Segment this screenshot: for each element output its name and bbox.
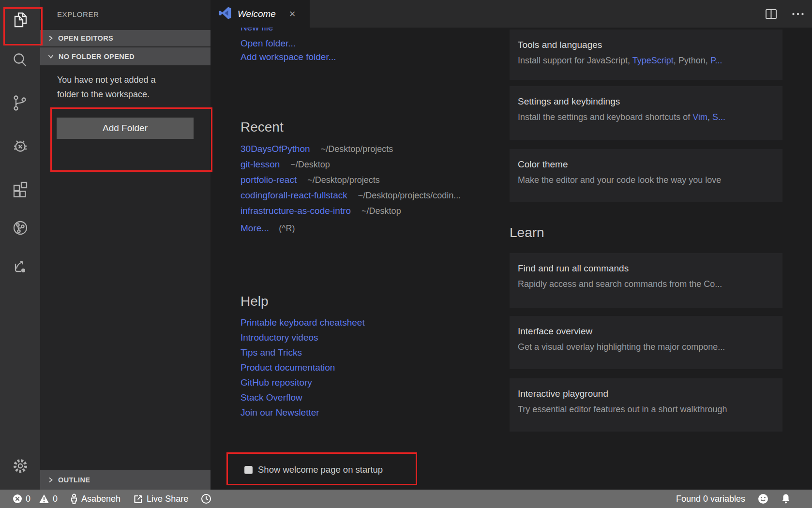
no-folder-section-header[interactable]: NO FOLDER OPENED [40,47,211,65]
recent-item-link[interactable]: portfolio-react [241,175,297,185]
explorer-sidebar: EXPLORER OPEN EDITORS NO FOLDER OPENED Y… [40,0,211,490]
learn-heading: Learn [510,225,544,240]
card-description: Get a visual overlay highlighting the ma… [518,341,774,353]
source-control-icon [10,92,31,116]
recent-item-link[interactable]: codingforall-react-fullstack [241,190,347,200]
bell-icon [781,493,791,504]
recent-item-path: ~/Desktop [290,160,330,169]
chevron-down-icon [48,54,54,59]
show-welcome-label: Show welcome page on startup [258,464,383,475]
help-link-product-documentation[interactable]: Product documentation [241,362,335,373]
help-link-stack-overflow[interactable]: Stack Overflow [241,392,302,403]
open-folder-link[interactable]: Open folder... [241,37,296,50]
startup-option-row: Show welcome page on startup [244,464,383,476]
open-editors-section-header[interactable]: OPEN EDITORS [40,30,211,46]
help-link-introductory-videos[interactable]: Introductory videos [241,332,318,343]
help-link-tips-and-tricks[interactable]: Tips and Tricks [241,347,302,358]
add-workspace-folder-link[interactable]: Add workspace folder... [241,50,336,64]
warning-icon [39,494,49,504]
card-description: Install support for JavaScript, TypeScri… [518,55,774,66]
card-title: Tools and languages [518,39,774,51]
live-share-icon [133,494,143,504]
recent-item-link[interactable]: 30DaysOfPython [241,144,310,154]
timer-status[interactable] [201,493,211,504]
outline-label: OUTLINE [58,476,90,484]
card-tools-and-languages[interactable]: Tools and languages Install support for … [510,30,782,80]
help-link-github-repository[interactable]: GitHub repository [241,377,312,388]
recent-item: portfolio-react~/Desktop/projects [241,175,380,185]
welcome-page: New file Open folder... Add workspace fo… [211,28,812,490]
card-title: Color theme [518,159,774,170]
recent-item: infrastructure-as-code-intro~/Desktop [241,206,401,216]
chevron-right-icon [48,477,53,483]
tab-close-icon[interactable]: × [289,9,296,19]
outline-section-header[interactable]: OUTLINE [40,470,211,490]
recent-item-path: ~/Desktop/projects [321,144,393,154]
feedback-smiley[interactable] [758,493,768,504]
error-count: 0 [26,494,30,504]
recent-item-link[interactable]: infrastructure-as-code-intro [241,206,351,216]
tab-welcome[interactable]: Welcome × [211,0,310,28]
new-file-link[interactable]: New file [241,28,273,34]
card-settings-and-keybindings[interactable]: Settings and keybindings Install the set… [510,86,782,140]
split-editor-icon[interactable] [765,9,777,19]
live-share-status[interactable]: Live Share [133,494,188,504]
recent-item-path: ~/Desktop [361,206,401,216]
card-title: Settings and keybindings [518,96,774,107]
help-link-join-newsletter[interactable]: Join our Newsletter [241,407,319,418]
card-description: Make the editor and your code look the w… [518,174,774,186]
open-editors-label: OPEN EDITORS [58,34,113,42]
help-link-keyboard-cheatsheet[interactable]: Printable keyboard cheatsheet [241,317,365,328]
error-icon [13,494,22,504]
chevron-right-icon [48,35,53,41]
help-heading: Help [241,294,269,309]
recent-heading: Recent [241,120,284,135]
settings-activity-button[interactable] [0,452,40,481]
live-share-activity-button[interactable] [0,214,40,243]
explorer-activity-button[interactable] [0,7,40,36]
warning-count: 0 [53,494,58,504]
smiley-icon [758,493,768,504]
files-icon [10,10,31,33]
recent-item: git-lesson~/Desktop [241,159,330,170]
found-variables-text: Found 0 variables [676,494,745,504]
extensions-icon [10,177,31,200]
recent-more-link[interactable]: More... [241,223,269,233]
card-color-theme[interactable]: Color theme Make the editor and your cod… [510,149,782,202]
account-status[interactable]: Asabeneh [70,493,120,504]
card-find-run-commands[interactable]: Find and run all commands Rapidly access… [510,253,782,308]
share-arrow-icon [10,255,31,279]
card-title: Find and run all commands [518,263,774,274]
debug-icon [10,135,31,158]
more-actions-icon[interactable] [792,12,804,16]
card-interactive-playground[interactable]: Interactive playground Try essential edi… [510,378,782,432]
live-share-label: Live Share [147,494,188,504]
tab-title: Welcome [238,9,276,19]
recent-more-row: More...(^R) [241,223,295,234]
show-welcome-checkbox[interactable] [244,466,253,474]
recent-item-link[interactable]: git-lesson [241,159,280,169]
vscode-window: EXPLORER OPEN EDITORS NO FOLDER OPENED Y… [0,0,812,508]
card-description: Install the settings and keyboard shortc… [518,111,774,123]
share-activity-button[interactable] [0,253,40,282]
card-description: Rapidly access and search commands from … [518,278,774,290]
recent-item-path: ~/Desktop/projects [307,175,380,185]
live-share-circle-icon [10,217,31,240]
recent-item: 30DaysOfPython~/Desktop/projects [241,144,393,154]
vscode-logo-icon [218,6,232,22]
clock-icon [201,493,211,504]
debug-activity-button[interactable] [0,132,40,161]
account-name: Asabeneh [81,494,120,504]
activity-bar [0,0,40,490]
card-interface-overview[interactable]: Interface overview Get a visual overlay … [510,316,782,369]
extensions-activity-button[interactable] [0,174,40,203]
source-control-activity-button[interactable] [0,90,40,119]
recent-item-path: ~/Desktop/projects/codin... [358,191,461,200]
search-activity-button[interactable] [0,47,40,76]
editor-region: Welcome × New file Open folder... Add wo… [211,0,812,490]
card-description: Try essential editor features out in a s… [518,403,774,415]
notifications-bell[interactable] [781,493,791,504]
add-folder-button[interactable]: Add Folder [57,118,194,139]
problems-indicator[interactable]: 0 0 [13,494,58,504]
no-folder-label: NO FOLDER OPENED [59,53,135,60]
